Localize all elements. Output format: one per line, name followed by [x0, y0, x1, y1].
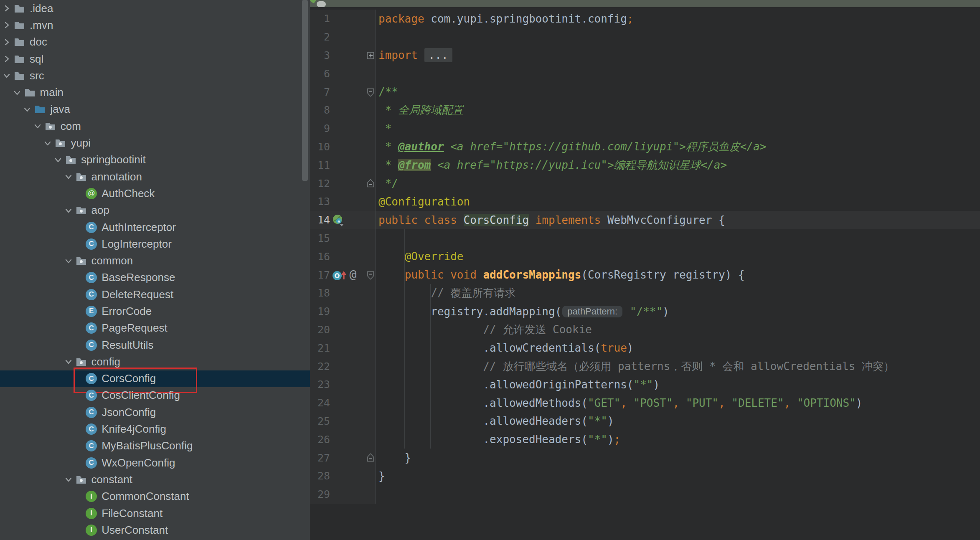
code-text[interactable]: @Override: [376, 247, 980, 266]
code-text[interactable]: // 覆盖所有请求: [376, 284, 980, 302]
gutter-line-6[interactable]: 6: [310, 64, 376, 83]
chevron-right-icon[interactable]: [2, 54, 12, 64]
line-number[interactable]: 22: [310, 357, 330, 375]
line-number[interactable]: 21: [310, 339, 330, 357]
line-number[interactable]: 28: [310, 467, 330, 485]
chevron-down-icon[interactable]: [2, 71, 12, 81]
code-line-20[interactable]: 20 // 允许发送 Cookie: [310, 321, 980, 339]
code-text[interactable]: .allowedOriginPatterns("*"): [376, 375, 980, 394]
chevron-down-icon[interactable]: [53, 155, 63, 165]
chevron-right-icon[interactable]: [2, 3, 12, 13]
line-number[interactable]: 13: [310, 193, 330, 211]
code-text[interactable]: */: [376, 174, 980, 193]
line-number[interactable]: 18: [310, 284, 330, 302]
line-number[interactable]: 3: [310, 46, 330, 65]
code-line-11[interactable]: 11 * @from <a href="https://yupi.icu">编程…: [310, 156, 980, 174]
tree-item-BaseResponse[interactable]: CBaseResponse: [0, 269, 310, 286]
line-number[interactable]: 15: [310, 229, 330, 248]
tree-item-com[interactable]: com: [0, 118, 310, 134]
gutter-line-14[interactable]: 14e: [310, 211, 376, 229]
line-number[interactable]: 6: [310, 64, 330, 83]
chevron-right-icon[interactable]: [2, 20, 12, 30]
gutter-line-22[interactable]: 22: [310, 357, 376, 375]
code-text[interactable]: }: [376, 449, 980, 467]
code-line-25[interactable]: 25 .allowedHeaders("*"): [310, 412, 980, 431]
code-line-12[interactable]: 12 */: [310, 174, 980, 193]
fold-marker-open[interactable]: [367, 270, 374, 280]
gutter-line-18[interactable]: 18: [310, 284, 376, 302]
code-line-13[interactable]: 13@Configuration: [310, 193, 980, 211]
code-text[interactable]: [376, 28, 980, 46]
tree-item-AuthCheck[interactable]: @AuthCheck: [0, 185, 310, 202]
code-text[interactable]: registry.addMapping(pathPattern: "/**"): [376, 302, 980, 321]
gutter-line-24[interactable]: 24: [310, 394, 376, 412]
line-number[interactable]: 14: [310, 211, 330, 229]
gutter-line-2[interactable]: 2: [310, 28, 376, 46]
code-text[interactable]: .allowedMethods("GET", "POST", "PUT", "D…: [376, 394, 980, 412]
gutter-line-28[interactable]: 28: [310, 467, 376, 485]
line-number[interactable]: 27: [310, 449, 330, 467]
code-text[interactable]: * 全局跨域配置: [376, 101, 980, 119]
line-number[interactable]: 16: [310, 247, 330, 266]
editor-body[interactable]: 1package com.yupi.springbootinit.config;…: [310, 7, 980, 540]
code-text[interactable]: [376, 64, 980, 83]
tree-item-annotation[interactable]: annotation: [0, 168, 310, 185]
code-text[interactable]: @Configuration: [376, 193, 980, 211]
gutter-line-26[interactable]: 26: [310, 430, 376, 449]
code-text[interactable]: * @author <a href="https://github.com/li…: [376, 138, 980, 156]
code-line-27[interactable]: 27 }: [310, 449, 980, 467]
tree-item-common[interactable]: common: [0, 252, 310, 269]
gutter-line-20[interactable]: 20: [310, 321, 376, 339]
line-number[interactable]: 26: [310, 430, 330, 449]
code-text[interactable]: *: [376, 119, 980, 138]
gutter-line-8[interactable]: 8: [310, 101, 376, 119]
tree-item-partial[interactable]: [0, 539, 310, 540]
gutter-line-15[interactable]: 15: [310, 229, 376, 248]
line-number[interactable]: 24: [310, 394, 330, 412]
chevron-down-icon[interactable]: [43, 138, 53, 148]
spring-bean-icon[interactable]: e: [332, 221, 345, 228]
code-line-7[interactable]: 7/**: [310, 83, 980, 101]
fold-marker-end[interactable]: [367, 453, 374, 463]
code-text[interactable]: public void addCorsMappings(CorsRegistry…: [376, 266, 980, 284]
code-text[interactable]: // 放行哪些域名（必须用 patterns，否则 * 会和 allowCred…: [376, 357, 980, 375]
code-text[interactable]: public class CorsConfig implements WebMv…: [376, 211, 980, 229]
code-text[interactable]: // 允许发送 Cookie: [376, 321, 980, 339]
tree-item-CosClientConfig[interactable]: CCosClientConfig: [0, 387, 310, 404]
chevron-down-icon[interactable]: [33, 121, 43, 131]
tree-item-springbootinit[interactable]: springbootinit: [0, 152, 310, 168]
code-text[interactable]: import ...: [376, 46, 980, 65]
chevron-down-icon[interactable]: [22, 104, 32, 114]
tree-item-config[interactable]: config: [0, 353, 310, 370]
line-number[interactable]: 17: [310, 266, 330, 284]
line-number[interactable]: 29: [310, 485, 330, 504]
gutter-line-12[interactable]: 12: [310, 174, 376, 193]
tree-item-LogInterceptor[interactable]: CLogInterceptor: [0, 236, 310, 252]
line-number[interactable]: 20: [310, 321, 330, 339]
code-line-10[interactable]: 10 * @author <a href="https://github.com…: [310, 138, 980, 156]
code-line-16[interactable]: 16 @Override: [310, 247, 980, 266]
tree-item-MyBatisPlusConfig[interactable]: CMyBatisPlusConfig: [0, 438, 310, 454]
gutter-line-23[interactable]: 23: [310, 375, 376, 394]
line-number[interactable]: 7: [310, 83, 330, 101]
gutter-line-10[interactable]: 10: [310, 138, 376, 156]
gutter-line-25[interactable]: 25: [310, 412, 376, 431]
gutter-line-19[interactable]: 19: [310, 302, 376, 321]
tree-item-doc[interactable]: doc: [0, 34, 310, 51]
chevron-down-icon[interactable]: [63, 256, 74, 266]
code-line-2[interactable]: 2: [310, 28, 980, 46]
code-text[interactable]: .allowedHeaders("*"): [376, 412, 980, 431]
chevron-down-icon[interactable]: [63, 357, 74, 367]
code-text[interactable]: .exposedHeaders("*");: [376, 430, 980, 449]
code-text[interactable]: [376, 229, 980, 248]
tree-item-ResultUtils[interactable]: CResultUtils: [0, 337, 310, 353]
code-line-14[interactable]: 14epublic class CorsConfig implements We…: [310, 211, 980, 229]
tree-item-JsonConfig[interactable]: CJsonConfig: [0, 404, 310, 421]
chevron-down-icon[interactable]: [63, 172, 74, 182]
line-number[interactable]: 25: [310, 412, 330, 431]
fold-marker-plus[interactable]: [367, 51, 374, 61]
code-line-8[interactable]: 8 * 全局跨域配置: [310, 101, 980, 119]
gutter-line-29[interactable]: 29: [310, 485, 376, 504]
code-line-17[interactable]: 17@ public void addCorsMappings(CorsRegi…: [310, 266, 980, 284]
tree-item-.idea[interactable]: .idea: [0, 0, 310, 17]
